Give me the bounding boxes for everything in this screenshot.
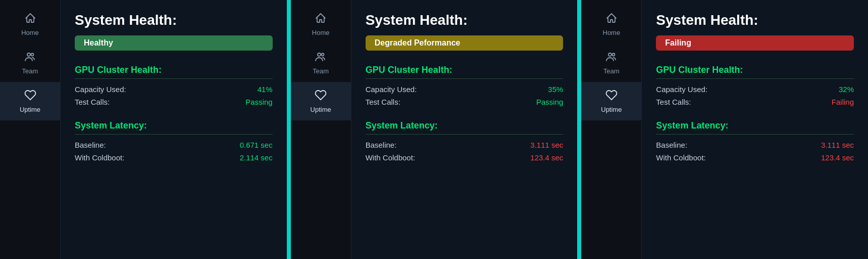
metric-value: 3.111 sec — [530, 141, 563, 149]
panel-wrapper-1: Home Team UptimeSystem Health:HealthyGPU… — [0, 0, 287, 259]
system-health-title: System Health: — [75, 12, 273, 28]
metric-label: Capacity Used: — [366, 85, 417, 94]
metric-row: With Coldboot:123.4 sec — [656, 153, 854, 162]
metric-row: Capacity Used:32% — [656, 85, 854, 94]
gpu-metrics: Capacity Used:35%Test Calls:Passing — [366, 85, 564, 110]
main-content-2: System Health:Degraded PeformanceGPU Clu… — [351, 0, 578, 259]
team-icon — [605, 51, 618, 64]
svg-point-3 — [322, 54, 324, 56]
metric-row: Baseline:3.111 sec — [366, 141, 564, 149]
metric-value: Passing — [536, 98, 563, 106]
metric-value: 123.4 sec — [530, 153, 563, 162]
metric-value: 41% — [258, 85, 273, 94]
gpu-metrics: Capacity Used:41%Test Calls:Passing — [75, 85, 273, 110]
sidebar-item-uptime[interactable]: Uptime — [291, 82, 351, 120]
metric-value: 35% — [548, 85, 563, 94]
svg-point-2 — [318, 53, 321, 56]
metric-value: Failing — [832, 98, 854, 106]
system-health-title: System Health: — [366, 12, 564, 28]
sidebar-item-team[interactable]: Team — [0, 44, 60, 82]
metric-row: Test Calls:Passing — [75, 98, 273, 106]
sidebar-item-label-home: Home — [312, 29, 330, 36]
sidebar-item-label-home: Home — [21, 29, 39, 36]
svg-point-1 — [31, 54, 33, 56]
sidebar-item-uptime[interactable]: Uptime — [581, 82, 641, 120]
metric-label: With Coldboot: — [656, 153, 705, 162]
metric-label: Test Calls: — [366, 98, 400, 106]
status-badge: Failing — [656, 35, 854, 51]
system-latency-title: System Latency: — [366, 120, 564, 135]
svg-point-0 — [27, 53, 30, 56]
panel-wrapper-3: Home Team UptimeSystem Health:FailingGPU… — [581, 0, 868, 259]
sidebar-item-label-team: Team — [603, 67, 620, 75]
metric-row: With Coldboot:123.4 sec — [366, 153, 564, 162]
home-icon — [315, 12, 327, 26]
metric-row: Baseline:3.111 sec — [656, 141, 854, 149]
team-icon — [24, 51, 36, 64]
system-latency-title: System Latency: — [75, 120, 273, 135]
uptime-icon — [24, 89, 36, 103]
status-badge: Degraded Peformance — [366, 35, 564, 51]
metric-value: 3.111 sec — [821, 141, 854, 149]
latency-metrics: Baseline:0.671 secWith Coldboot:2.114 se… — [75, 141, 273, 166]
sidebar-item-label-uptime: Uptime — [601, 106, 622, 113]
metric-label: Capacity Used: — [75, 85, 126, 94]
team-icon — [315, 51, 327, 64]
sidebar-item-label-home: Home — [603, 29, 621, 36]
panel-separator — [577, 0, 581, 259]
metric-value: 32% — [839, 85, 854, 94]
sidebar-item-label-uptime: Uptime — [311, 106, 331, 113]
metric-label: Baseline: — [75, 141, 106, 149]
metric-value: 2.114 sec — [240, 153, 273, 162]
sidebar-1: Home Team Uptime — [0, 0, 61, 259]
metric-row: With Coldboot:2.114 sec — [75, 153, 273, 162]
sidebar-item-team[interactable]: Team — [581, 44, 641, 82]
metric-label: Test Calls: — [656, 98, 691, 106]
svg-point-4 — [608, 53, 611, 56]
system-health-title: System Health: — [656, 12, 854, 28]
panel-group: Home Team UptimeSystem Health:HealthyGPU… — [0, 0, 868, 259]
sidebar-item-team[interactable]: Team — [291, 44, 351, 82]
latency-metrics: Baseline:3.111 secWith Coldboot:123.4 se… — [656, 141, 854, 166]
gpu-cluster-title: GPU Cluster Health: — [75, 65, 273, 79]
metric-label: Baseline: — [656, 141, 687, 149]
sidebar-item-label-team: Team — [313, 67, 329, 75]
metric-label: Capacity Used: — [656, 85, 707, 94]
sidebar-item-label-uptime: Uptime — [20, 106, 40, 113]
gpu-metrics: Capacity Used:32%Test Calls:Failing — [656, 85, 854, 110]
sidebar-item-home[interactable]: Home — [291, 5, 351, 44]
metric-value: Passing — [245, 98, 272, 106]
gpu-cluster-title: GPU Cluster Health: — [656, 65, 854, 79]
metric-value: 0.671 sec — [240, 141, 273, 149]
metric-row: Baseline:0.671 sec — [75, 141, 273, 149]
latency-metrics: Baseline:3.111 secWith Coldboot:123.4 se… — [366, 141, 564, 166]
panel-wrapper-2: Home Team UptimeSystem Health:Degraded P… — [291, 0, 578, 259]
metric-label: With Coldboot: — [75, 153, 124, 162]
metric-row: Capacity Used:35% — [366, 85, 564, 94]
sidebar-item-home[interactable]: Home — [581, 5, 641, 44]
metric-row: Capacity Used:41% — [75, 85, 273, 94]
uptime-icon — [315, 89, 327, 103]
sidebar-item-label-team: Team — [22, 67, 38, 75]
uptime-icon — [605, 89, 618, 103]
home-icon — [605, 12, 618, 26]
sidebar-item-uptime[interactable]: Uptime — [0, 82, 60, 120]
sidebar-item-home[interactable]: Home — [0, 5, 60, 44]
metric-label: Test Calls: — [75, 98, 110, 106]
metric-row: Test Calls:Passing — [366, 98, 564, 106]
sidebar-3: Home Team Uptime — [581, 0, 642, 259]
system-latency-title: System Latency: — [656, 120, 854, 135]
metric-value: 123.4 sec — [821, 153, 854, 162]
gpu-cluster-title: GPU Cluster Health: — [366, 65, 564, 79]
svg-point-5 — [612, 54, 615, 56]
main-content-3: System Health:FailingGPU Cluster Health:… — [642, 0, 868, 259]
metric-label: Baseline: — [366, 141, 397, 149]
panel-separator — [287, 0, 291, 259]
status-badge: Healthy — [75, 35, 273, 51]
sidebar-2: Home Team Uptime — [291, 0, 351, 259]
metric-label: With Coldboot: — [366, 153, 415, 162]
home-icon — [24, 12, 36, 26]
metric-row: Test Calls:Failing — [656, 98, 854, 106]
main-content-1: System Health:HealthyGPU Cluster Health:… — [61, 0, 287, 259]
